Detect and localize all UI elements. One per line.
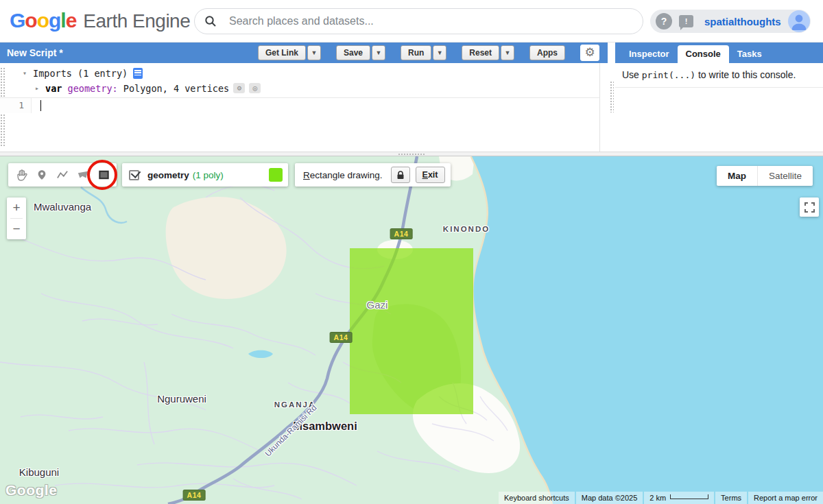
save-dropdown-arrow[interactable]: ▼ [372,45,385,60]
get-link-dropdown-arrow[interactable]: ▼ [307,45,321,60]
search-input[interactable]: Search places and datasets... [194,8,643,34]
logo-letter: G [10,9,25,32]
map-view-button[interactable]: Map [717,166,757,186]
script-title: New Script * [0,47,63,58]
person-icon [788,10,810,32]
point-marker-tool-button[interactable] [32,165,52,184]
logo-letter: g [49,9,60,32]
google-logo[interactable]: Google [10,9,76,32]
map-place-label: Kibuguni [19,466,59,478]
geometry-settings-icon[interactable]: ⚙ [233,83,245,93]
search-icon [204,15,217,27]
console-tabs-bar: InspectorConsoleTasks [615,43,823,63]
google-watermark: Google [5,482,57,499]
fullscreen-icon [804,202,815,213]
zoom-out-button[interactable]: − [7,219,26,239]
map-attribution: Keyboard shortcutsMap data ©20252 kmTerm… [497,492,823,504]
drawn-geometry-rectangle[interactable] [350,248,473,414]
layer-visibility-checkbox[interactable] [129,170,139,180]
settings-gear-button[interactable]: ⚙ [580,45,599,61]
fullscreen-button[interactable] [800,197,819,217]
layer-color-swatch[interactable] [269,168,283,182]
tab-console[interactable]: Console [678,45,729,63]
import-script-icon[interactable] [133,68,143,79]
geometry-layer-box: geometry (1 poly) [122,163,288,187]
layer-count: (1 poly) [193,170,269,180]
exit-drawing-button[interactable]: Exit [416,167,445,183]
pan-hand-tool-button[interactable] [11,165,32,184]
drawing-status-box: Rectangle drawing. Exit [295,163,451,187]
save-button[interactable]: Save [336,45,370,60]
text-cursor [40,100,41,111]
map-place-label: Nguruweni [157,393,206,405]
zoom-control: + − [7,197,26,239]
tab-inspector[interactable]: Inspector [621,45,678,63]
scale-bar [670,494,708,499]
console-panel: InspectorConsoleTasks Use print(...) to … [615,43,823,152]
terms[interactable]: Terms [715,492,747,504]
logo-letter: o [37,9,49,32]
logo-letter: l [60,9,65,32]
username[interactable]: spatialthoughts [704,16,781,27]
search-placeholder: Search places and datasets... [229,15,374,27]
lock-geometry-button[interactable] [391,167,410,183]
2-km: 2 km [644,492,714,504]
geometry-locate-icon[interactable]: ◎ [249,83,261,93]
annotation-red-circle [87,160,117,190]
report-a-map-error[interactable]: Report a map error [748,492,823,504]
collapse-imports-icon[interactable]: ▾ [21,69,29,77]
feedback-icon[interactable]: ! [679,15,693,27]
user-pill: ? ! spatialthoughts [650,10,811,33]
top-bar: Google Earth Engine Search places and da… [0,0,823,43]
tab-tasks[interactable]: Tasks [729,45,770,63]
imports-header: Imports (1 entry) [33,68,128,79]
road-shield-label: A14 [183,490,206,501]
map-type-toggle: MapSatellite [717,166,813,186]
zoom-in-button[interactable]: + [7,197,26,218]
drawing-status-text: Rectangle drawing. [303,170,383,180]
keyboard-shortcuts[interactable]: Keyboard shortcuts [499,492,575,504]
code-area[interactable]: ▾ Imports (1 entry) ▸ var geometry: Poly… [0,63,608,152]
editor-toolbar: New Script * Get Link▼Save▼Run▼Reset▼App… [0,43,608,63]
horizontal-splitter[interactable] [0,152,823,156]
vertical-splitter[interactable] [608,43,615,152]
collapse-geometry-icon[interactable]: ▸ [33,84,41,92]
product-name: Earth Engine [83,10,190,32]
var-keyword: var [45,83,62,94]
logo-letter: o [25,9,36,32]
map-canvas[interactable]: MwaluvangaKINONDOGaziNguruweniNGANJAMsam… [0,156,823,504]
reset-button[interactable]: Reset [462,45,499,60]
run-button[interactable]: Run [401,45,431,60]
reset-dropdown-arrow[interactable]: ▼ [501,45,514,60]
apps-button[interactable]: Apps [529,45,565,60]
get-link-button[interactable]: Get Link [258,45,306,60]
map-place-label: KINONDO [443,225,490,233]
layer-name: geometry [147,170,189,180]
map-data-2025: Map data ©2025 [576,492,643,504]
road-shield-label: A14 [390,228,413,239]
run-dropdown-arrow[interactable]: ▼ [433,45,446,60]
logo-letter: e [66,9,77,32]
help-icon[interactable]: ? [656,13,672,29]
road-shield-label: A14 [330,332,353,343]
avatar[interactable] [788,10,810,32]
console-hint: Use print(...) to write to this console. [615,63,823,80]
map-place-label: Mwaluvanga [34,201,91,213]
geometry-var-desc: Polygon, 4 vertices [118,83,230,94]
geometry-var-name: geometry: [68,83,118,94]
line-number: 1 [0,98,32,113]
code-editor-panel: New Script * Get Link▼Save▼Run▼Reset▼App… [0,43,608,152]
map-place-label: Gazi [367,299,388,311]
lock-icon [396,171,405,180]
satellite-view-button[interactable]: Satellite [758,166,813,186]
line-tool-button[interactable] [52,165,73,184]
